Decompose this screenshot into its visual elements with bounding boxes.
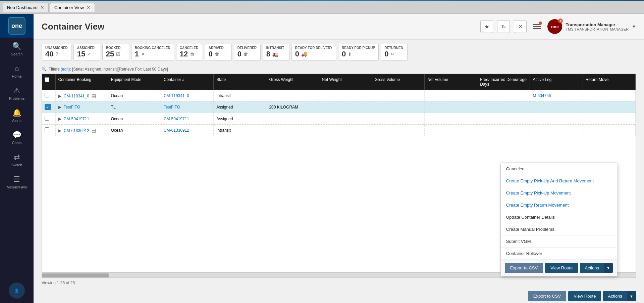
td-select	[42, 90, 55, 101]
container-link[interactable]: CM-59419711	[164, 117, 189, 121]
td-equipment: Ocean	[108, 125, 161, 136]
menu-button[interactable]	[531, 20, 543, 33]
active-leg-link[interactable]: M-604756	[533, 93, 551, 98]
user-avatar-sidebar[interactable]: 👤	[9, 283, 25, 299]
row-checkbox[interactable]	[45, 116, 49, 121]
actions-main-button[interactable]: Actions	[603, 291, 627, 301]
td-booking: ▶ CM-59419711	[55, 113, 108, 125]
td-net-volume	[425, 101, 477, 113]
actions-dropdown-button[interactable]: ▼	[627, 291, 636, 301]
ctx-actions-group: Actions ▼	[580, 263, 613, 273]
tab-close-container-view[interactable]: ✕	[87, 5, 91, 10]
status-card-delivered[interactable]: DELIVERED 0 🗑	[234, 44, 261, 61]
menu-item-canceled[interactable]: Canceled	[501, 163, 617, 175]
td-state: Intransit	[214, 90, 266, 101]
tab-label: Container View	[54, 5, 84, 10]
select-all-checkbox[interactable]	[45, 77, 49, 82]
filters-bar: UNASSIGNED 40 ? ASSIGNED 15 ✓ BOOKED 25 …	[34, 40, 644, 65]
booking-link[interactable]: TestFIFO	[64, 105, 80, 110]
ctx-actions-dropdown-button[interactable]: ▼	[604, 263, 613, 273]
refresh-button[interactable]: ↻	[497, 20, 510, 33]
ctx-actions-main-button[interactable]: Actions	[580, 263, 604, 273]
sidebar-item-alerts[interactable]: 🔔 Alerts	[0, 104, 34, 127]
th-gross-volume: Gross Volume	[372, 74, 424, 90]
row-expand-icon[interactable]: ▶	[58, 128, 61, 133]
tab-container-view[interactable]: Container View ✕	[50, 3, 95, 12]
sidebar-item-menus-favs[interactable]: ☰ Menus/Favs	[0, 171, 34, 193]
status-card-returned[interactable]: RETURNED 0 ↩	[381, 44, 408, 61]
view-route-button[interactable]: View Route	[568, 291, 601, 301]
menu-item-container-rollover[interactable]: Container Rollover	[501, 248, 617, 260]
sidebar-item-problems[interactable]: ⚠ Problems	[0, 82, 34, 104]
td-return-move	[583, 125, 635, 136]
status-card-booking-canceled[interactable]: BOOKING CANCELED 1 ✕	[131, 44, 174, 61]
menu-item-submit-vgm[interactable]: Submit VGM	[501, 235, 617, 248]
user-dropdown-arrow[interactable]: ▼	[632, 24, 636, 29]
alerts-icon: 🔔	[12, 109, 21, 117]
ctx-view-route-button[interactable]: View Route	[545, 263, 578, 273]
td-equipment: Ocean	[108, 113, 161, 125]
td-gross-volume	[372, 113, 424, 125]
td-return-move	[583, 113, 635, 125]
status-card-arrived[interactable]: ARRIVED 0 🗑	[205, 44, 232, 61]
status-card-ready-pickup[interactable]: READY FOR PICKUP 0 ⬆	[338, 44, 379, 61]
star-button[interactable]: ★	[480, 20, 493, 33]
td-state: Assigned	[214, 113, 266, 125]
booking-link[interactable]: CM-119341_0	[64, 94, 89, 98]
th-equipment-mode: Equipment Mode	[108, 74, 161, 90]
container-link[interactable]: CM-61336912	[164, 128, 189, 133]
menu-item-create-return[interactable]: Create Empty Return Movement	[501, 199, 617, 211]
avatar-badge: ★	[558, 18, 563, 23]
td-net-weight	[319, 101, 372, 113]
sidebar-item-chats[interactable]: 💬 Chats	[0, 127, 34, 149]
sidebar-item-switch[interactable]: ⇄ Switch	[0, 149, 34, 171]
row-checkbox[interactable]	[45, 93, 49, 97]
td-container-num: CM-61336912	[161, 125, 213, 136]
td-select	[42, 125, 55, 136]
tab-neo-dashboard[interactable]: Neo Dashboard ✕	[3, 3, 49, 12]
sidebar-item-home[interactable]: ⌂ Home	[0, 60, 34, 82]
status-card-unassigned[interactable]: UNASSIGNED 40 ?	[42, 44, 71, 61]
status-card-assigned[interactable]: ASSIGNED 15 ✓	[73, 44, 100, 61]
td-net-volume	[425, 113, 477, 125]
switch-icon: ⇄	[14, 153, 20, 162]
row-checkbox[interactable]	[45, 127, 49, 132]
status-card-booked[interactable]: BOOKED 25 ☑	[102, 44, 129, 61]
td-net-weight	[319, 90, 372, 101]
tab-label: Neo Dashboard	[7, 5, 38, 10]
row-expand-icon[interactable]: ▶	[58, 105, 61, 110]
menu-item-create-pickup-return[interactable]: Create Empty Pick-Up And Return Movement	[501, 175, 617, 187]
close-button[interactable]: ✕	[514, 20, 527, 33]
ctx-export-csv-button[interactable]: Export to CSV	[505, 263, 543, 273]
menu-item-update-container[interactable]: Update Container Details	[501, 211, 617, 223]
row-expand-icon[interactable]: ▶	[58, 94, 61, 98]
status-card-ready-delivery[interactable]: READY FOR DELIVERY 0 🚚	[291, 44, 336, 61]
container-link[interactable]: CM-119341_0	[164, 93, 189, 98]
booking-link[interactable]: CM-61336912	[64, 128, 89, 133]
header-right: ★ ↻ ✕ one ★ Transportation Manager	[480, 19, 636, 34]
container-link[interactable]: TestFIFO	[164, 105, 180, 110]
export-csv-button[interactable]: Export to CSV	[528, 291, 566, 301]
status-card-canceled[interactable]: CANCELED 12 🗑	[176, 44, 203, 61]
td-net-volume	[425, 125, 477, 136]
row-checkbox-checked[interactable]: ✓	[45, 104, 51, 110]
sidebar-item-search[interactable]: 🔍 Search	[0, 38, 34, 60]
bottom-action-bar: Export to CSV View Route Actions ▼	[34, 288, 644, 303]
td-gross-weight	[266, 125, 319, 136]
booking-canceled-icon: ✕	[141, 51, 145, 57]
scrollbar-thumb[interactable]	[42, 273, 109, 277]
chats-icon: 💬	[12, 131, 21, 139]
booking-link[interactable]: CM-59419711	[64, 117, 89, 121]
tab-close-neo-dashboard[interactable]: ✕	[40, 5, 44, 10]
filter-edit-link[interactable]: (edit):	[61, 67, 71, 72]
td-active-leg	[530, 101, 583, 113]
th-return-move: Return Move	[583, 74, 635, 90]
ready-delivery-icon: 🚚	[301, 51, 307, 57]
td-gross-weight	[266, 90, 319, 101]
filter-values: [State: Assigned,Intransit][Retrieve For…	[72, 67, 168, 72]
row-expand-icon[interactable]: ▶	[58, 117, 61, 121]
menu-item-create-problems[interactable]: Create Manual Problems	[501, 223, 617, 235]
menu-item-create-pickup[interactable]: Create Empty Pick-Up Movement	[501, 187, 617, 199]
status-card-intransit[interactable]: INTRANSIT 8 🚛	[263, 44, 289, 61]
logo-box: one	[8, 17, 25, 35]
